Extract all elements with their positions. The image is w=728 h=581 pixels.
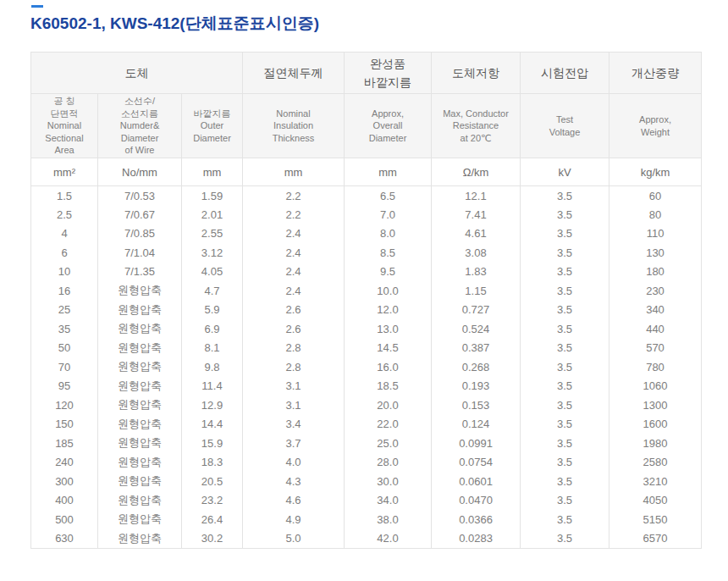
table-cell: 원형압축	[98, 396, 182, 415]
table-cell: 2.6	[243, 301, 345, 320]
table-cell: 2.4	[243, 243, 345, 263]
table-row: 95원형압축11.43.118.50.1933.51060	[31, 377, 702, 396]
table-cell: 7/0.67	[98, 205, 182, 224]
table-cell: 원형압축	[98, 434, 182, 453]
header-group-row: 도체 절연체두께 완성품 바깥지름 도체저항 시험전압 개산중량	[31, 53, 702, 94]
table-cell: 110	[609, 224, 702, 244]
table-cell: 14.4	[182, 415, 243, 434]
subheader-nominal-sectional-area: 공 칭 단면적 Nominal Sectional Area	[31, 94, 98, 158]
unit-cell-no-mm: No/mm	[98, 158, 182, 186]
table-cell: 42.0	[345, 529, 432, 549]
table-cell: 원형압축	[98, 415, 182, 434]
unit-cell-kv: kV	[521, 158, 609, 186]
group-header-conductor: 도체	[31, 53, 243, 94]
table-cell: 130	[609, 243, 702, 263]
table-header: 도체 절연체두께 완성품 바깥지름 도체저항 시험전압 개산중량 공 칭 단면적…	[31, 53, 702, 186]
table-cell: 2.2	[243, 186, 345, 206]
table-cell: 3.12	[182, 243, 243, 263]
table-cell: 8.5	[345, 243, 432, 263]
table-cell: 3.5	[521, 377, 609, 396]
table-cell: 2.6	[243, 319, 345, 339]
table-cell: 25.0	[345, 434, 432, 453]
subheader-test-voltage: Test Voltage	[521, 94, 609, 158]
table-cell: 12.9	[182, 396, 243, 415]
table-cell: 26.4	[182, 510, 243, 529]
table-cell: 28.0	[345, 453, 432, 473]
table-cell: 2.8	[243, 339, 345, 358]
subheader-approx-overall-diameter: Approx, Overall Diameter	[345, 94, 432, 158]
table-cell: 3.5	[521, 472, 609, 491]
table-cell: 원형압축	[98, 529, 182, 549]
table-cell: 2.2	[243, 205, 345, 224]
table-cell: 0.387	[432, 339, 521, 358]
table-row: 240원형압축18.34.028.00.07543.52580	[31, 453, 702, 473]
table-cell: 1060	[609, 377, 702, 396]
table-cell: 0.0754	[432, 453, 521, 473]
table-cell: 3.5	[521, 415, 609, 434]
table-cell: 7.0	[345, 205, 432, 224]
table-row: 185원형압축15.93.725.00.09913.51980	[31, 434, 702, 453]
table-cell: 7/1.04	[98, 243, 182, 263]
table-cell: 0.124	[432, 415, 521, 434]
group-header-conductor-resistance: 도체저항	[432, 53, 521, 94]
unit-cell-mm-outer: mm	[182, 158, 243, 186]
table-cell: 3.5	[521, 453, 609, 473]
table-row: 25원형압축5.92.612.00.7273.5340	[31, 301, 702, 320]
table-cell: 13.0	[345, 319, 432, 339]
table-cell: 120	[31, 396, 98, 415]
table-row: 107/1.354.052.49.51.833.5180	[31, 263, 702, 282]
table-cell: 4.3	[243, 472, 345, 491]
table-cell: 12.0	[345, 301, 432, 320]
table-cell: 1600	[609, 415, 702, 434]
table-cell: 23.2	[182, 491, 243, 511]
table-cell: 7/1.35	[98, 263, 182, 282]
table-cell: 원형압축	[98, 281, 182, 301]
table-cell: 3.1	[243, 396, 345, 415]
table-cell: 18.5	[345, 377, 432, 396]
table-cell: 30.2	[182, 529, 243, 549]
table-cell: 3.4	[243, 415, 345, 434]
table-cell: 240	[31, 453, 98, 473]
table-cell: 3.5	[521, 491, 609, 511]
table-cell: 3.5	[521, 339, 609, 358]
table-cell: 3.5	[521, 224, 609, 244]
table-cell: 1.83	[432, 263, 521, 282]
subheader-max-conductor-resistance: Max, Conductor Resistance at 20℃	[432, 94, 521, 158]
table-cell: 1.15	[432, 281, 521, 301]
subheader-outer-diameter: 바깥지름 Outer Diameter	[182, 94, 243, 158]
table-cell: 0.0283	[432, 529, 521, 549]
table-cell: 6	[31, 243, 98, 263]
table-cell: 1.59	[182, 186, 243, 206]
table-cell: 3.5	[521, 263, 609, 282]
table-cell: 6.9	[182, 319, 243, 339]
table-cell: 0.268	[432, 357, 521, 377]
header-units-row: mm² No/mm mm mm mm Ω/km kV kg/km	[31, 158, 702, 186]
table-row: 120원형압축12.93.120.00.1533.51300	[31, 396, 702, 415]
table-cell: 3.1	[243, 377, 345, 396]
subheader-approx-weight: Approx, Weight	[609, 94, 702, 158]
table-row: 67/1.043.122.48.53.083.5130	[31, 243, 702, 263]
table-cell: 5150	[609, 510, 702, 529]
table-cell: 4.05	[182, 263, 243, 282]
table-cell: 0.153	[432, 396, 521, 415]
table-cell: 70	[31, 357, 98, 377]
table-cell: 3.5	[521, 357, 609, 377]
table-row: 500원형압축26.44.938.00.03663.55150	[31, 510, 702, 529]
unit-cell-kg-km: kg/km	[609, 158, 702, 186]
table-cell: 7/0.85	[98, 224, 182, 244]
table-cell: 15.9	[182, 434, 243, 453]
table-cell: 440	[609, 319, 702, 339]
table-cell: 0.193	[432, 377, 521, 396]
subheader-nominal-insulation-thickness: Nominal Insulation Thickness	[243, 94, 345, 158]
table-cell: 원형압축	[98, 339, 182, 358]
table-cell: 6.5	[345, 186, 432, 206]
table-cell: 4	[31, 224, 98, 244]
table-cell: 22.0	[345, 415, 432, 434]
table-cell: 원형압축	[98, 453, 182, 473]
table-cell: 2.5	[31, 205, 98, 224]
table-cell: 3.5	[521, 529, 609, 549]
table-cell: 7.41	[432, 205, 521, 224]
table-cell: 3.5	[521, 396, 609, 415]
table-cell: 4.0	[243, 453, 345, 473]
table-cell: 9.8	[182, 357, 243, 377]
